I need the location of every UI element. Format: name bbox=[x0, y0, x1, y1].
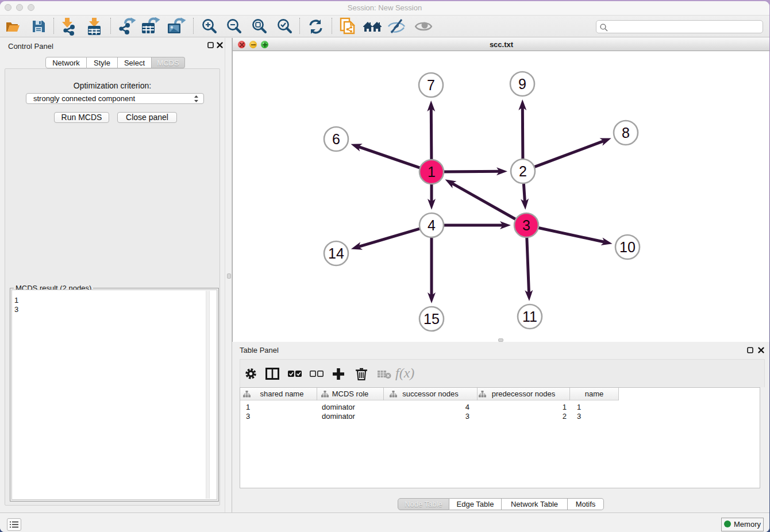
svg-text:10: 10 bbox=[619, 239, 636, 255]
svg-text:4: 4 bbox=[428, 217, 436, 233]
svg-text:14: 14 bbox=[328, 245, 344, 261]
svg-text:9: 9 bbox=[518, 76, 526, 92]
svg-text:2: 2 bbox=[519, 163, 527, 179]
svg-text:1: 1 bbox=[428, 164, 436, 180]
svg-text:7: 7 bbox=[427, 77, 435, 93]
svg-text:6: 6 bbox=[332, 131, 340, 147]
svg-text:11: 11 bbox=[522, 309, 537, 325]
svg-text:8: 8 bbox=[622, 125, 630, 141]
svg-text:15: 15 bbox=[424, 311, 440, 327]
svg-text:3: 3 bbox=[522, 217, 530, 233]
